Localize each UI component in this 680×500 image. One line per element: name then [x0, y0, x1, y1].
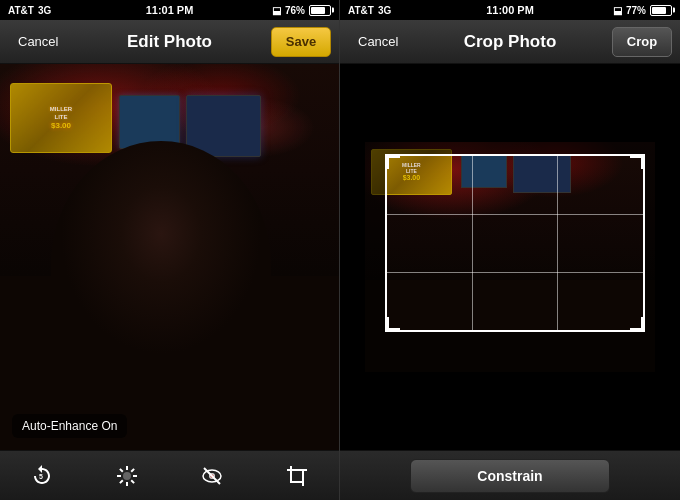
- svg-line-7: [131, 480, 134, 483]
- battery-fill-2: [652, 7, 666, 14]
- crop-photo-area[interactable]: MillerLite $3.00: [340, 64, 680, 450]
- enhance-icon: [115, 464, 139, 488]
- time-2: 11:00 PM: [486, 4, 534, 16]
- battery-percent-1: 76%: [285, 5, 305, 16]
- tv-right-1: [186, 95, 261, 157]
- photo-image-1: MillerLite $3.00: [0, 64, 339, 450]
- crop-nav-bar: Cancel Crop Photo Crop: [340, 20, 680, 64]
- battery-fill-1: [311, 7, 325, 14]
- crop-button[interactable]: Crop: [612, 27, 672, 57]
- sign-text-1: MillerLite: [50, 106, 72, 120]
- status-bar-1: AT&T 3G 11:01 PM ⬓ 76%: [0, 0, 339, 20]
- svg-line-9: [120, 480, 123, 483]
- crop-photo-title: Crop Photo: [464, 32, 557, 52]
- redeye-tool-button[interactable]: [192, 456, 232, 496]
- edit-toolbar: 5: [0, 450, 339, 500]
- rotate-icon: 5: [30, 464, 54, 488]
- edit-photo-area: MillerLite $3.00 Auto-Enhance On: [0, 64, 339, 450]
- sign-price-1: $3.00: [51, 121, 71, 130]
- crop-handle-tr[interactable]: [630, 155, 644, 169]
- crop-selection-box[interactable]: [385, 154, 645, 332]
- save-button[interactable]: Save: [271, 27, 331, 57]
- status-left-1: AT&T 3G: [8, 5, 51, 16]
- edit-nav-bar: Cancel Edit Photo Save: [0, 20, 339, 64]
- edit-photo-screen: AT&T 3G 11:01 PM ⬓ 76% Cancel Edit Photo…: [0, 0, 340, 500]
- cancel-button-1[interactable]: Cancel: [8, 27, 68, 57]
- carrier-2: AT&T: [348, 5, 374, 16]
- constrain-button[interactable]: Constrain: [410, 459, 610, 493]
- crop-grid-line-h2: [387, 272, 643, 273]
- crop-grid-line-h1: [387, 214, 643, 215]
- svg-line-6: [120, 468, 123, 471]
- status-right-1: ⬓ 76%: [272, 5, 331, 16]
- svg-point-1: [123, 472, 131, 480]
- svg-rect-14: [291, 470, 303, 482]
- crop-photo-screen: AT&T 3G 11:00 PM ⬓ 77% Cancel Crop Photo…: [340, 0, 680, 500]
- crop-grid-line-v1: [472, 156, 473, 330]
- redeye-icon: [200, 464, 224, 488]
- crop-handle-br[interactable]: [630, 317, 644, 331]
- battery-percent-2: 77%: [626, 5, 646, 16]
- network-2: 3G: [378, 5, 391, 16]
- svg-text:5: 5: [39, 473, 43, 480]
- carrier-1: AT&T: [8, 5, 34, 16]
- status-bar-2: AT&T 3G 11:00 PM ⬓ 77%: [340, 0, 680, 20]
- status-right-2: ⬓ 77%: [613, 5, 672, 16]
- crop-grid-line-v2: [557, 156, 558, 330]
- bluetooth-icon-1: ⬓: [272, 5, 281, 16]
- constrain-bar: Constrain: [340, 450, 680, 500]
- crop-container[interactable]: MillerLite $3.00: [365, 142, 655, 372]
- status-left-2: AT&T 3G: [348, 5, 391, 16]
- cancel-button-2[interactable]: Cancel: [348, 27, 408, 57]
- battery-icon-2: [650, 5, 672, 16]
- time-1: 11:01 PM: [146, 4, 194, 16]
- network-1: 3G: [38, 5, 51, 16]
- bluetooth-icon-2: ⬓: [613, 5, 622, 16]
- edit-photo-title: Edit Photo: [127, 32, 212, 52]
- crop-handle-bl[interactable]: [386, 317, 400, 331]
- crop-handle-tl[interactable]: [386, 155, 400, 169]
- miller-lite-sign-1: MillerLite $3.00: [10, 83, 112, 152]
- enhance-tool-button[interactable]: [107, 456, 147, 496]
- svg-line-8: [131, 468, 134, 471]
- crop-tool-button[interactable]: [277, 456, 317, 496]
- rotate-tool-button[interactable]: 5: [22, 456, 62, 496]
- auto-enhance-badge: Auto-Enhance On: [12, 414, 127, 438]
- tv-left-1: [119, 95, 180, 149]
- battery-icon-1: [309, 5, 331, 16]
- crop-icon: [285, 464, 309, 488]
